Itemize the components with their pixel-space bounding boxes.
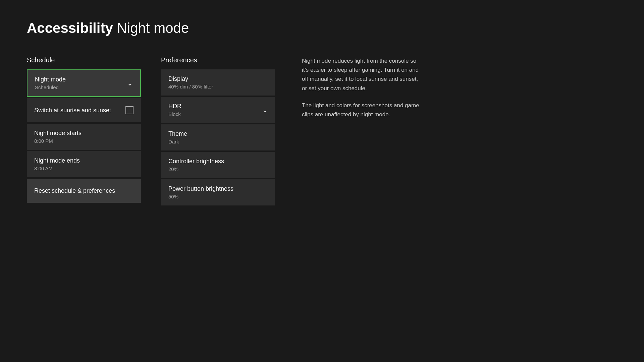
schedule-item-night-mode-ends[interactable]: Night mode ends 8:00 AM <box>27 151 141 177</box>
display-value: 40% dim / 80% filter <box>168 84 268 89</box>
preferences-header: Preferences <box>161 56 275 64</box>
night-mode-value: Scheduled <box>35 84 66 90</box>
schedule-item-sunrise-sunset[interactable]: Switch at sunrise and sunset <box>27 98 141 122</box>
info-paragraph-2: The light and colors for screenshots and… <box>302 101 423 119</box>
page-title-bold: Accessibility <box>27 20 113 36</box>
night-mode-text: Night mode Scheduled <box>35 76 66 90</box>
preferences-item-display[interactable]: Display 40% dim / 80% filter <box>161 69 275 96</box>
display-label: Display <box>168 75 268 82</box>
hdr-label: HDR <box>168 103 181 110</box>
sunrise-sunset-label: Switch at sunrise and sunset <box>34 107 111 114</box>
night-mode-ends-value: 8:00 AM <box>34 166 133 171</box>
preferences-item-controller-brightness[interactable]: Controller brightness 20% <box>161 152 275 178</box>
info-paragraph-1: Night mode reduces light from the consol… <box>302 56 423 93</box>
schedule-column: Schedule Night mode Scheduled ⌄ Switch a… <box>27 56 141 203</box>
night-mode-chevron-icon: ⌄ <box>127 79 133 87</box>
reset-button[interactable]: Reset schedule & preferences <box>27 179 141 203</box>
preferences-item-theme[interactable]: Theme Dark <box>161 124 275 150</box>
night-mode-ends-label: Night mode ends <box>34 157 133 164</box>
sunrise-sunset-checkbox[interactable] <box>125 106 133 114</box>
night-mode-starts-value: 8:00 PM <box>34 138 133 144</box>
schedule-item-night-mode[interactable]: Night mode Scheduled ⌄ <box>27 69 141 97</box>
preferences-item-hdr[interactable]: HDR Block ⌄ <box>161 97 275 123</box>
content-area: Schedule Night mode Scheduled ⌄ Switch a… <box>27 56 617 207</box>
hdr-chevron-icon: ⌄ <box>262 106 268 114</box>
hdr-value: Block <box>168 111 181 117</box>
power-button-brightness-label: Power button brightness <box>168 185 268 192</box>
info-column: Night mode reduces light from the consol… <box>295 56 423 127</box>
night-mode-starts-label: Night mode starts <box>34 130 133 137</box>
night-mode-label: Night mode <box>35 76 66 83</box>
preferences-item-power-button-brightness[interactable]: Power button brightness 50% <box>161 179 275 205</box>
schedule-item-night-mode-starts[interactable]: Night mode starts 8:00 PM <box>27 124 141 150</box>
theme-label: Theme <box>168 130 268 137</box>
page-title-regular: Night mode <box>117 20 189 36</box>
theme-value: Dark <box>168 139 268 144</box>
controller-brightness-value: 20% <box>168 166 268 172</box>
schedule-header: Schedule <box>27 56 141 64</box>
power-button-brightness-value: 50% <box>168 194 268 199</box>
preferences-column: Preferences Display 40% dim / 80% filter… <box>161 56 275 207</box>
page-title: Accessibility Night mode <box>27 20 617 36</box>
controller-brightness-label: Controller brightness <box>168 158 268 165</box>
page-container: Accessibility Night mode Schedule Night … <box>0 0 644 227</box>
hdr-text: HDR Block <box>168 103 181 117</box>
